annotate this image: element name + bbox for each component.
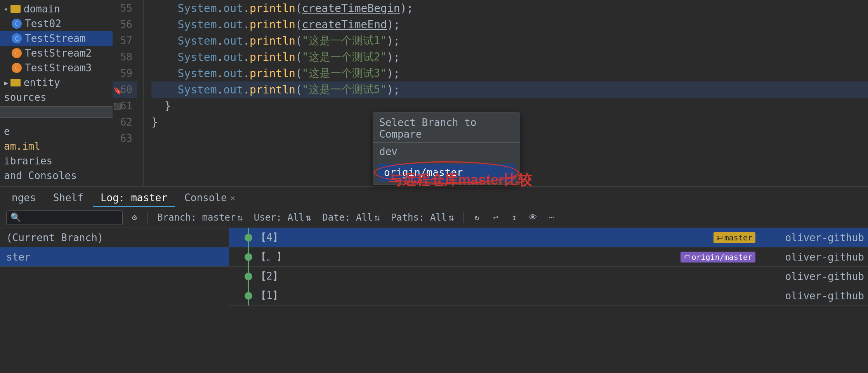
sidebar-consoles-label: and Consoles bbox=[4, 170, 77, 181]
code-line-56: System . out . println ( createTimeEnd )… bbox=[151, 16, 868, 33]
sidebar-label-teststream: TestStream bbox=[25, 33, 86, 44]
class-icon-teststream2: C bbox=[12, 48, 22, 58]
sidebar-item-teststream3[interactable]: C TestStream3 bbox=[0, 60, 113, 75]
git-more-btn[interactable]: ⋯ bbox=[545, 211, 559, 224]
class-icon-test02: C bbox=[12, 19, 22, 29]
code-line-60: System . out . println ( "这是一个测试5" ); bbox=[151, 81, 868, 98]
tab-shelf[interactable]: Shelf bbox=[45, 189, 91, 207]
filter-paths-label: Paths: All bbox=[391, 212, 447, 223]
sidebar-bottom: e am.iml ibraries and Consoles bbox=[0, 124, 113, 183]
graph-symbol-2: 【2】 bbox=[256, 269, 283, 283]
graph-symbol-1: 【。】 bbox=[256, 250, 286, 264]
log-author-1: oliver-github bbox=[759, 251, 868, 263]
git-settings-btn[interactable]: ⚙ bbox=[127, 211, 141, 224]
git-eye-btn[interactable]: 👁 bbox=[526, 211, 540, 224]
tab-console-label: Console bbox=[184, 192, 227, 204]
folder-entity-icon bbox=[10, 79, 21, 86]
log-tags-0: 🏷 master bbox=[651, 232, 759, 243]
filter-branch[interactable]: Branch: master ⇅ bbox=[154, 211, 246, 224]
sources-label: sources bbox=[4, 92, 47, 103]
master-tag-label: master bbox=[724, 233, 752, 242]
origin-master-tag: 🏷 origin/master bbox=[681, 252, 755, 262]
class-icon-teststream3: C bbox=[12, 63, 22, 73]
git-log-content: (Current Branch) ster 【4】 bbox=[0, 228, 868, 373]
git-left-current-branch-label: (Current Branch) bbox=[6, 232, 103, 243]
git-undo-btn[interactable]: ↩ bbox=[489, 211, 503, 224]
graph-col-2: 【2】 bbox=[229, 267, 291, 286]
sidebar-entity-folder[interactable]: ▶ entity bbox=[0, 75, 113, 90]
filter-date-icon: ⇅ bbox=[374, 212, 380, 223]
git-left-current-branch[interactable]: (Current Branch) bbox=[0, 228, 229, 247]
gutter-57: 57 bbox=[113, 33, 137, 49]
sidebar-item-teststream2[interactable]: C TestStream2 bbox=[0, 46, 113, 60]
tab-console-close[interactable]: × bbox=[230, 193, 235, 203]
tab-shelf-label: Shelf bbox=[53, 192, 83, 204]
bookmark-icon-61: ⬛ bbox=[113, 103, 120, 109]
git-log-panel: 🔍 ⚙ Branch: master ⇅ User: All ⇅ Date: A… bbox=[0, 207, 868, 373]
gutter-59: 59 bbox=[113, 65, 137, 81]
master-tag: 🏷 master bbox=[713, 232, 755, 243]
popup-dev-label: dev bbox=[379, 146, 398, 157]
sidebar-bottom-e: e bbox=[0, 124, 113, 139]
gutter-55: 55 bbox=[113, 0, 137, 16]
eye-icon: 👁 bbox=[529, 212, 537, 222]
origin-tag-icon: 🏷 bbox=[684, 253, 690, 261]
filter-sep-1 bbox=[148, 212, 148, 223]
code-line-58: System . out . println ( "这是一个测试2" ); bbox=[151, 49, 868, 65]
tab-log-master-label: Log: master bbox=[101, 192, 167, 204]
log-author-2: oliver-github bbox=[759, 271, 868, 282]
git-log-row-1[interactable]: 【。】 🏷 origin/master oliver-github bbox=[229, 247, 868, 267]
git-sort-btn[interactable]: ↕ bbox=[507, 211, 521, 224]
sidebar-label-test02: Test02 bbox=[25, 18, 61, 29]
tab-log-master[interactable]: Log: master bbox=[93, 189, 175, 207]
log-tags-1: 🏷 origin/master bbox=[651, 252, 759, 262]
sidebar-entity-label: entity bbox=[24, 77, 60, 88]
undo-icon: ↩ bbox=[493, 212, 498, 222]
git-log-row-3[interactable]: 【1】 oliver-github bbox=[229, 286, 868, 306]
sidebar-item-test02[interactable]: C Test02 bbox=[0, 16, 113, 31]
filter-branch-icon: ⇅ bbox=[237, 212, 243, 223]
graph-symbol-0: 【4】 bbox=[256, 231, 283, 244]
git-refresh-btn[interactable]: ↻ bbox=[470, 211, 484, 224]
annotation-compare: 与远程仓库master比较 bbox=[388, 171, 532, 190]
filter-paths[interactable]: Paths: All ⇅ bbox=[388, 211, 457, 224]
refresh-icon: ↻ bbox=[474, 212, 479, 222]
log-author-0: oliver-github bbox=[759, 232, 868, 243]
git-log-row-2[interactable]: 【2】 oliver-github bbox=[229, 267, 868, 286]
code-line-55: System . out . println ( createTimeBegin… bbox=[151, 0, 868, 16]
class-icon-teststream: C bbox=[12, 33, 22, 43]
sidebar-libraries-label: ibraries bbox=[4, 155, 52, 167]
sidebar-iml-label: am.iml bbox=[4, 140, 40, 152]
git-log-row-0[interactable]: 【4】 🏷 master oliver-github bbox=[229, 228, 868, 247]
popup-item-dev[interactable]: dev bbox=[373, 143, 520, 161]
origin-master-tag-label: origin/master bbox=[691, 252, 752, 262]
git-search-box[interactable]: 🔍 bbox=[6, 210, 123, 225]
sidebar-item-teststream[interactable]: C TestStream bbox=[0, 31, 113, 46]
git-log-right: 【4】 🏷 master oliver-github bbox=[229, 228, 868, 373]
sidebar-bottom-iml: am.iml bbox=[0, 139, 113, 154]
gutter-61: ⬛ 61 bbox=[113, 98, 137, 114]
more-icon: ⋯ bbox=[549, 212, 554, 222]
graph-symbol-3: 【1】 bbox=[256, 289, 283, 302]
filter-user[interactable]: User: All ⇅ bbox=[251, 211, 315, 224]
tab-changes-label: nges bbox=[12, 192, 36, 204]
search-icon: 🔍 bbox=[10, 212, 21, 222]
sidebar-domain-folder[interactable]: ▾ domain bbox=[0, 2, 113, 16]
sidebar-bottom-libraries: ibraries bbox=[0, 154, 113, 168]
gutter-60: 🔖 60 bbox=[113, 81, 137, 98]
tab-changes[interactable]: nges bbox=[4, 189, 44, 207]
code-line-61: } bbox=[151, 98, 868, 114]
bookmark-icon: 🔖 bbox=[113, 86, 120, 93]
filter-date-label: Date: All bbox=[322, 212, 373, 223]
caret-icon: ▾ bbox=[4, 5, 8, 13]
filter-date[interactable]: Date: All ⇅ bbox=[319, 211, 383, 224]
filter-user-label: User: All bbox=[254, 212, 304, 223]
sidebar-bottom-consoles: and Consoles bbox=[0, 168, 113, 183]
gutter-58: 58 bbox=[113, 49, 137, 65]
sidebar: ▾ domain C Test02 C TestStream C TestStr… bbox=[0, 0, 113, 186]
git-left-ster[interactable]: ster bbox=[0, 247, 229, 267]
git-left-panel: (Current Branch) ster bbox=[0, 228, 229, 373]
graph-col-1: 【。】 bbox=[229, 247, 291, 267]
tab-console[interactable]: Console × bbox=[177, 189, 243, 207]
graph-col-3: 【1】 bbox=[229, 286, 291, 306]
